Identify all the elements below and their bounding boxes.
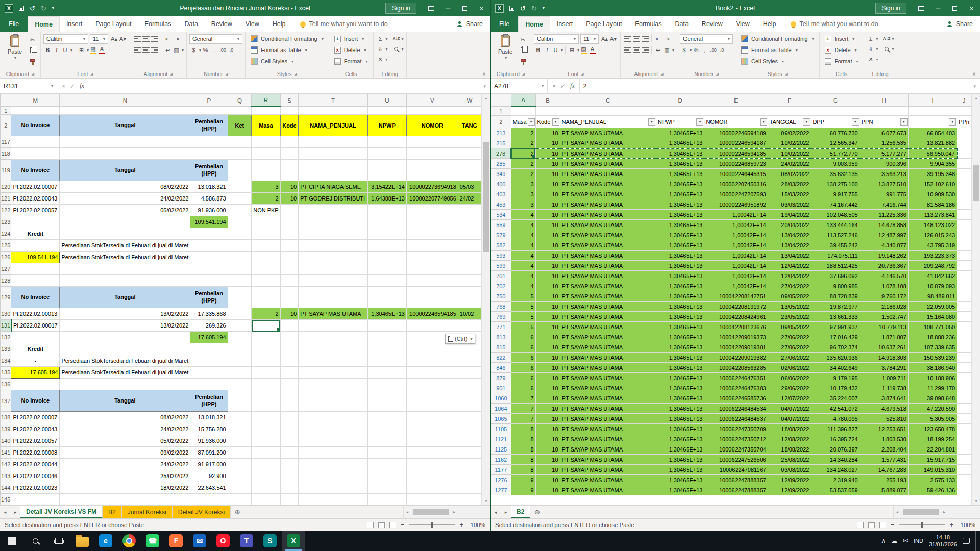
row-header-901[interactable]: 901 — [491, 383, 511, 393]
taskbar-app-excel[interactable]: X — [282, 531, 305, 551]
cell-C1060[interactable]: PT SAYAP MAS UTAMA — [560, 393, 656, 404]
cell-N129[interactable]: Tanggal — [60, 287, 190, 308]
sort-filter-button[interactable]: A↓Z▾ — [883, 34, 894, 43]
cell-G901[interactable]: 10.179.432 — [811, 383, 860, 393]
row-header-2[interactable]: 2 — [491, 116, 511, 128]
row-header-1065[interactable]: 1065 — [491, 414, 511, 424]
vertical-scrollbar[interactable]: ▴ ▾ — [971, 94, 980, 505]
cell-F701[interactable]: 12/04/2022 — [768, 271, 811, 281]
cell-S138[interactable] — [280, 412, 299, 423]
cell-T129[interactable] — [299, 287, 368, 308]
cell-G2[interactable]: DPP▾ — [811, 116, 860, 128]
cell-U117[interactable] — [368, 136, 406, 148]
cell-H771[interactable]: 10.779.113 — [860, 322, 908, 332]
cell-D769[interactable]: 1,30465E+13 — [656, 312, 704, 322]
zoom-out-icon[interactable]: − — [401, 521, 405, 529]
number-format-select[interactable]: General▾ — [189, 34, 242, 44]
insert-cells-button[interactable]: + Insert▾ — [332, 33, 371, 44]
cell-Q130[interactable] — [228, 308, 252, 320]
cell-M119[interactable]: No Invoice — [11, 160, 60, 181]
cell-P127[interactable] — [190, 263, 228, 275]
cell-H285[interactable]: 900.396 — [860, 159, 908, 169]
cell-A1177[interactable]: 8 — [511, 465, 535, 475]
cell-T134[interactable] — [299, 355, 368, 367]
increase-font-size-icon[interactable]: A▴ — [110, 35, 118, 43]
row-header-215[interactable]: 215 — [491, 138, 511, 148]
cell-U118[interactable] — [368, 148, 406, 160]
cell-P119[interactable]: Pembelian (HPP) — [190, 160, 228, 181]
cell-F1276[interactable]: 12/09/2022 — [768, 475, 811, 485]
cancel-icon[interactable]: × — [552, 83, 556, 90]
bottom-align-icon[interactable] — [150, 35, 159, 43]
taskbar-app-microsoft-edge[interactable]: e — [94, 531, 117, 551]
vertical-scrollbar-thumb[interactable] — [483, 142, 489, 252]
scroll-left-icon[interactable]: ◂ — [404, 510, 411, 514]
column-header-A[interactable]: A — [511, 94, 535, 107]
cell-E559[interactable]: 1,00042E+14 — [704, 220, 768, 230]
cell-styles-button[interactable]: Cell Styles▾ — [248, 56, 326, 67]
cell-V133[interactable] — [406, 343, 458, 355]
collapse-ribbon-icon[interactable]: ∧ — [482, 71, 486, 77]
cell-W126[interactable] — [458, 252, 481, 263]
cell-I1125[interactable]: 22.284.801 — [908, 444, 957, 455]
italic-button[interactable]: I — [543, 46, 551, 55]
undo-icon[interactable]: ↺ — [30, 5, 35, 12]
cell-E901[interactable]: 100062246476383 — [704, 383, 768, 393]
center-icon[interactable] — [632, 46, 641, 55]
cell-I285[interactable]: 9.904.355 — [908, 159, 957, 169]
underline-button[interactable]: U — [551, 46, 560, 55]
cell-T128[interactable] — [299, 275, 368, 287]
enter-icon[interactable]: ✓ — [70, 83, 75, 90]
cell-A1105[interactable]: 8 — [511, 424, 535, 434]
cell-A599[interactable]: 4 — [511, 261, 535, 271]
row-header-126[interactable]: 126 — [1, 252, 11, 263]
row-header-846[interactable]: 846 — [491, 363, 511, 373]
cell-J771[interactable] — [957, 322, 971, 332]
cell-E534[interactable]: 1,00042E+14 — [704, 210, 768, 220]
row-header-771[interactable]: 771 — [491, 322, 511, 332]
cell-J582[interactable] — [957, 240, 971, 251]
cell-M145[interactable] — [11, 494, 60, 506]
cell-F1[interactable] — [768, 107, 811, 116]
cell-N118[interactable] — [60, 148, 190, 160]
cell-Q136[interactable] — [228, 379, 252, 390]
close-button[interactable]: × — [473, 0, 490, 16]
cell-B901[interactable]: 10 — [535, 383, 560, 393]
cell-G582[interactable]: 39.455.242 — [811, 240, 860, 251]
cell-V120[interactable]: 100002273694918 — [406, 181, 458, 193]
row-header-120[interactable]: 120 — [1, 181, 11, 193]
cell-S129[interactable] — [280, 287, 299, 308]
cell-N122[interactable]: 05/02/2022 — [60, 205, 190, 216]
sheet-tab-detail-jv-koreksi-vs-fm[interactable]: Detail JV Koreksi VS FM — [20, 506, 103, 518]
ribbon-tab-review[interactable]: Review — [695, 16, 729, 32]
fill-button[interactable]: ⇩▾ — [867, 44, 878, 54]
cell-J1125[interactable] — [957, 444, 971, 455]
cell-C400[interactable]: PT SAYAP MAS UTAMA — [560, 179, 656, 189]
language-indicator[interactable]: IND — [914, 538, 923, 544]
row-header-349[interactable]: 349 — [491, 169, 511, 179]
cell-V123[interactable] — [406, 216, 458, 228]
cell-M127[interactable] — [11, 263, 60, 275]
cell-Q129[interactable] — [228, 287, 252, 308]
cell-G349[interactable]: 35.632.135 — [811, 169, 860, 179]
cell-W142[interactable] — [458, 459, 481, 470]
cell-Q119[interactable] — [228, 160, 252, 181]
cell-T136[interactable] — [299, 379, 368, 390]
cell-U136[interactable] — [368, 379, 406, 390]
cell-R123[interactable] — [252, 216, 281, 228]
cell-W127[interactable] — [458, 263, 481, 275]
cell-U123[interactable] — [368, 216, 406, 228]
row-header-750[interactable]: 750 — [491, 291, 511, 302]
new-sheet-button[interactable]: ⊕ — [530, 506, 544, 518]
cell-Q122[interactable] — [228, 205, 252, 216]
ribbon-tab-formulas[interactable]: Formulas — [138, 16, 178, 32]
cell-I349[interactable]: 39.195.348 — [908, 169, 957, 179]
column-header-Q[interactable]: Q — [228, 94, 252, 107]
cell-J400[interactable] — [957, 179, 971, 189]
cell-E769[interactable]: 100042208424961 — [704, 312, 768, 322]
row-header-142[interactable]: 142 — [1, 459, 11, 470]
percent-style-icon[interactable]: % — [692, 46, 700, 55]
cell-G1277[interactable]: 53.537.059 — [811, 485, 860, 495]
cell-F559[interactable]: 20/04/2022 — [768, 220, 811, 230]
cell-D213[interactable]: 1,30465E+13 — [656, 128, 704, 138]
